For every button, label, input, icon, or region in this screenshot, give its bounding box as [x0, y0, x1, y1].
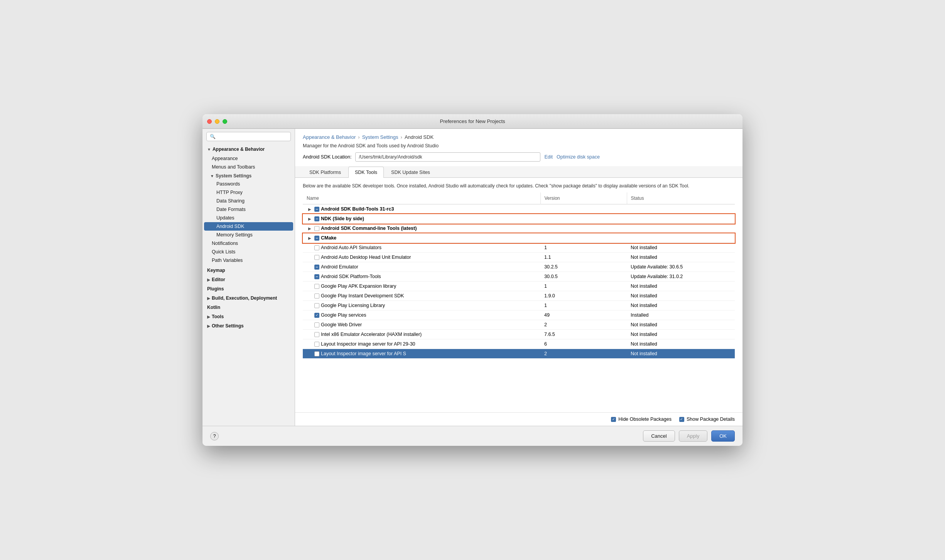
cell-status: Not installed [627, 253, 735, 262]
row-checkbox[interactable]: – [314, 236, 319, 241]
cell-name: Google Play Licensing Library [303, 301, 540, 310]
search-box[interactable]: 🔍 [206, 132, 291, 141]
maximize-button[interactable] [223, 119, 227, 124]
row-checkbox[interactable] [314, 351, 319, 356]
row-expand-btn[interactable]: ▶ [307, 226, 313, 231]
cell-status [627, 233, 735, 243]
sidebar-item-memory-settings[interactable]: Memory Settings [202, 231, 295, 239]
footer-right: Cancel Apply OK [643, 430, 735, 442]
tab-sdk-tools[interactable]: SDK Tools [348, 167, 384, 178]
table-row[interactable]: ▶–NDK (Side by side) [303, 214, 735, 224]
sdk-location-input[interactable] [355, 152, 540, 162]
cell-name: Android Auto Desktop Head Unit Emulator [303, 253, 540, 262]
row-name-text: Android SDK Build-Tools 31-rc3 [321, 206, 394, 212]
sidebar-item-appearance[interactable]: Appearance [202, 154, 295, 163]
table-row[interactable]: Android Auto API Simulators1Not installe… [303, 243, 735, 253]
sidebar-item-passwords[interactable]: Passwords [202, 180, 295, 188]
breadcrumb-sep-1: › [358, 134, 359, 140]
ok-button[interactable]: OK [711, 430, 735, 442]
sidebar-item-kotlin[interactable]: Kotlin [202, 302, 295, 312]
table-row[interactable]: Google Play APK Expansion library1Not in… [303, 282, 735, 291]
cell-version: 2 [540, 349, 627, 359]
row-checkbox[interactable] [314, 342, 319, 347]
row-name-text: NDK (Side by side) [321, 216, 364, 221]
sidebar-item-other-settings[interactable]: ▶ Other Settings [202, 321, 295, 330]
titlebar: Preferences for New Projects [202, 114, 742, 129]
cancel-button[interactable]: Cancel [643, 430, 675, 442]
table-row[interactable]: Google Web Driver2Not installed [303, 320, 735, 330]
breadcrumb: Appearance & Behavior › System Settings … [295, 129, 742, 143]
row-name-text: Android Emulator [321, 264, 358, 270]
cell-name: ▶Android SDK Command-line Tools (latest) [303, 224, 540, 233]
row-checkbox[interactable]: – [314, 265, 319, 270]
apply-button[interactable]: Apply [679, 430, 708, 442]
row-checkbox[interactable] [314, 332, 319, 337]
show-package-details-checkbox[interactable]: ✓ [679, 417, 684, 422]
row-expand-btn[interactable]: ▶ [307, 217, 313, 221]
table-row[interactable]: Google Play Instant Development SDK1.9.0… [303, 291, 735, 301]
table-row[interactable]: ▶–Android SDK Build-Tools 31-rc3 [303, 204, 735, 214]
row-checkbox[interactable]: – [314, 216, 319, 221]
row-checkbox[interactable]: – [314, 274, 319, 279]
sidebar-item-editor[interactable]: ▶ Editor [202, 275, 295, 284]
row-checkbox[interactable] [314, 226, 319, 231]
sidebar-item-date-formats[interactable]: Date Formats [202, 205, 295, 214]
table-row[interactable]: Layout Inspector image server for API 29… [303, 339, 735, 349]
table-row[interactable]: ▶–CMake [303, 233, 735, 243]
close-button[interactable] [207, 119, 212, 124]
help-button[interactable]: ? [210, 432, 219, 440]
optimize-disk-button[interactable]: Optimize disk space [557, 154, 600, 160]
table-row[interactable]: –Android SDK Platform-Tools30.0.5Update … [303, 272, 735, 282]
row-expand-btn[interactable]: ▶ [307, 236, 313, 240]
hide-obsolete-label[interactable]: ✓ Hide Obsolete Packages [611, 417, 672, 422]
sidebar-item-http-proxy[interactable]: HTTP Proxy [202, 188, 295, 197]
row-checkbox[interactable] [314, 293, 319, 299]
table-row[interactable]: Layout Inspector image server for API S2… [303, 349, 735, 359]
row-checkbox[interactable] [314, 322, 319, 327]
row-expand-btn[interactable]: ▶ [307, 207, 313, 211]
breadcrumb-part-1[interactable]: Appearance & Behavior [303, 134, 356, 140]
row-checkbox[interactable] [314, 255, 319, 260]
sidebar-item-menus-toolbars[interactable]: Menus and Toolbars [202, 163, 295, 171]
hide-obsolete-checkbox[interactable]: ✓ [611, 417, 616, 422]
collapse-arrow: ▼ [207, 147, 211, 152]
sidebar-item-appearance-behavior[interactable]: ▼ Appearance & Behavior [202, 144, 295, 153]
edit-button[interactable]: Edit [544, 154, 553, 160]
row-checkbox[interactable] [314, 245, 319, 250]
table-row[interactable]: Intel x86 Emulator Accelerator (HAXM ins… [303, 330, 735, 339]
row-name-text: CMake [321, 235, 336, 241]
main-content: 🔍 ▼ Appearance & Behavior Appearance Men… [202, 129, 742, 426]
sidebar-item-quick-lists[interactable]: Quick Lists [202, 248, 295, 256]
sidebar-item-notifications[interactable]: Notifications [202, 239, 295, 248]
tab-sdk-platforms[interactable]: SDK Platforms [303, 167, 348, 178]
row-checkbox[interactable] [314, 284, 319, 289]
table-row[interactable]: Android Auto Desktop Head Unit Emulator1… [303, 253, 735, 262]
table-row[interactable]: ▶Android SDK Command-line Tools (latest) [303, 224, 735, 233]
sidebar-item-build-execution[interactable]: ▶ Build, Execution, Deployment [202, 293, 295, 302]
row-checkbox[interactable]: – [314, 207, 319, 212]
sidebar-item-data-sharing[interactable]: Data Sharing [202, 197, 295, 205]
sidebar-item-keymap[interactable]: Keymap [202, 265, 295, 275]
cell-status: Not installed [627, 330, 735, 339]
sidebar-item-tools[interactable]: ▶ Tools [202, 312, 295, 321]
sidebar-item-path-variables[interactable]: Path Variables [202, 256, 295, 265]
show-package-details-label[interactable]: ✓ Show Package Details [679, 417, 735, 422]
table-row[interactable]: Google Play Licensing Library1Not instal… [303, 301, 735, 310]
sidebar-item-updates[interactable]: Updates [202, 214, 295, 222]
table-row[interactable]: ✓Google Play services49Installed [303, 310, 735, 320]
row-name-text: Google Web Driver [321, 322, 362, 327]
sidebar-item-plugins[interactable]: Plugins [202, 284, 295, 293]
sidebar-item-system-settings[interactable]: ▼ System Settings [202, 171, 295, 180]
breadcrumb-part-2[interactable]: System Settings [362, 134, 398, 140]
row-checkbox[interactable]: ✓ [314, 313, 319, 318]
row-checkbox[interactable] [314, 303, 319, 308]
minimize-button[interactable] [215, 119, 219, 124]
subsection-label: System Settings [216, 173, 251, 179]
sidebar-item-android-sdk[interactable]: Android SDK [204, 222, 293, 231]
build-arrow: ▶ [207, 296, 210, 300]
row-name-text: Android SDK Platform-Tools [321, 274, 381, 279]
other-label: Other Settings [212, 323, 244, 329]
plugins-label: Plugins [207, 286, 224, 292]
table-row[interactable]: –Android Emulator30.2.5Update Available:… [303, 262, 735, 272]
tab-sdk-update-sites[interactable]: SDK Update Sites [385, 167, 437, 178]
